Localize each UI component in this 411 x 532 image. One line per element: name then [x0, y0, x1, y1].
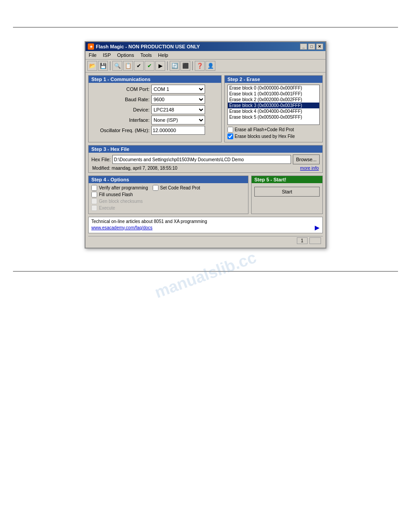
browse-button[interactable]: Browse... [293, 154, 320, 164]
toolbar-user[interactable]: 👤 [206, 61, 215, 71]
toolbar-play[interactable]: ▶ [155, 61, 165, 71]
osc-freq-input[interactable] [151, 126, 205, 135]
toolbar-check1[interactable]: ✔ [134, 61, 144, 71]
step1-header: Step 1 - Communications [89, 76, 221, 83]
set-code-label: Set Code Read Prot [160, 185, 201, 190]
erase-blocks-checkbox[interactable] [227, 133, 233, 139]
erase-block-3[interactable]: Erase block 3 (0x003000-0x003FFF) [228, 103, 319, 108]
modified-row: Modified: maandag, april 7, 2008, 18:55:… [91, 166, 320, 171]
info-link[interactable]: www.esacademy.com/faq/docs [91, 225, 153, 230]
hex-file-row: Hex File: Browse... [91, 154, 320, 164]
device-select[interactable]: LPC2148 [151, 105, 205, 114]
menu-file[interactable]: File [87, 52, 98, 58]
erase-all-label: Erase all Flash+Code Rd Prot [235, 127, 294, 132]
step3-header: Step 3 - Hex File [89, 146, 322, 153]
minimize-button[interactable]: _ [300, 43, 307, 50]
step45-row: Step 4 - Options Verify after programmin… [88, 176, 323, 214]
com-port-select[interactable]: COM 1 [151, 85, 205, 94]
execute-row: Execute [91, 205, 245, 211]
erase-blocks-list[interactable]: Erase block 0 (0x000000-0x000FFF) Erase … [227, 85, 320, 125]
page-border-bottom [13, 271, 398, 272]
info-arrow-icon: ▶ [315, 224, 320, 231]
maximize-button[interactable]: □ [308, 43, 315, 50]
toolbar-sep1 [110, 61, 111, 70]
step1-section: Step 1 - Communications COM Port: COM 1 … [88, 75, 222, 142]
baud-rate-label: Baud Rate: [91, 97, 150, 102]
content-area: Step 1 - Communications COM Port: COM 1 … [86, 73, 325, 248]
step5-body: Start [252, 183, 322, 198]
toolbar-stop[interactable]: ⬛ [180, 61, 190, 71]
interface-select[interactable]: None (ISP) [151, 116, 205, 124]
step3-section: Step 3 - Hex File Hex File: Browse... Mo… [88, 145, 323, 173]
verify-checkbox[interactable] [91, 185, 97, 191]
erase-block-4[interactable]: Erase block 4 (0x004000-0x004FFF) [228, 108, 319, 114]
erase-block-1[interactable]: Erase block 1 (0x001000-0x001FFF) [228, 91, 319, 97]
fill-unused-label: Fill unused Flash [99, 192, 133, 197]
info-section: Technical on-line articles about 8051 an… [88, 217, 323, 233]
toolbar-refresh[interactable]: 🔄 [170, 61, 180, 71]
app-icon: ★ [88, 43, 94, 50]
title-bar-left: ★ Flash Magic - NON PRODUCTION USE ONLY [88, 43, 200, 50]
application-window: ★ Flash Magic - NON PRODUCTION USE ONLY … [85, 41, 326, 249]
erase-checkboxes: Erase all Flash+Code Rd Prot Erase block… [227, 127, 320, 139]
more-info-link[interactable]: more info [300, 166, 319, 171]
baud-rate-select[interactable]: 9600 [151, 95, 205, 104]
info-text: Technical on-line articles about 8051 an… [91, 219, 320, 224]
fill-unused-row: Fill unused Flash [91, 192, 245, 197]
hex-file-label: Hex File: [91, 157, 111, 162]
com-port-label: COM Port: [91, 86, 150, 92]
erase-block-2[interactable]: Erase block 2 (0x002000-0x002FFF) [228, 97, 319, 103]
erase-block-0[interactable]: Erase block 0 (0x000000-0x000FFF) [228, 85, 319, 91]
menu-isp[interactable]: ISP [102, 52, 112, 58]
erase-blocks-row: Erase blocks used by Hex File [227, 133, 320, 139]
device-label: Device: [91, 107, 150, 112]
step2-body: Erase block 0 (0x000000-0x000FFF) Erase … [225, 83, 322, 142]
fill-unused-checkbox[interactable] [91, 192, 97, 197]
interface-row: Interface: None (ISP) [91, 116, 218, 124]
title-bar: ★ Flash Magic - NON PRODUCTION USE ONLY … [86, 42, 325, 51]
outer-container: ★ Flash Magic - NON PRODUCTION USE ONLY … [13, 28, 398, 262]
gen-block-label: Gen block checksums [99, 199, 143, 204]
window-container: ★ Flash Magic - NON PRODUCTION USE ONLY … [85, 41, 326, 249]
step2-header: Step 2 - Erase [225, 76, 322, 83]
toolbar-open[interactable]: 📂 [87, 61, 97, 71]
menu-bar: File ISP Options Tools Help [86, 51, 325, 60]
execute-label: Execute [99, 206, 115, 210]
verify-row: Verify after programming Set Code Read P… [91, 185, 245, 191]
menu-options[interactable]: Options [116, 52, 135, 58]
step4-header: Step 4 - Options [89, 176, 248, 183]
toolbar-help[interactable]: ❓ [195, 61, 205, 71]
baud-rate-row: Baud Rate: 9600 [91, 95, 218, 104]
toolbar: 📂 💾 🔍 📋 ✔ ✔ ▶ 🔄 ⬛ ❓ 👤 [86, 60, 325, 73]
step4-section: Step 4 - Options Verify after programmin… [88, 176, 248, 214]
menu-help[interactable]: Help [157, 52, 170, 58]
set-code-checkbox[interactable] [153, 185, 158, 191]
erase-all-checkbox[interactable] [227, 127, 233, 133]
modified-label: Modified: maandag, april 7, 2008, 18:55:… [92, 166, 177, 171]
info-row: www.esacademy.com/faq/docs ▶ [91, 224, 320, 231]
hex-file-input[interactable] [112, 155, 291, 164]
interface-label: Interface: [91, 117, 150, 123]
close-button[interactable]: ✕ [316, 43, 323, 50]
toolbar-sep3 [192, 61, 193, 70]
menu-tools[interactable]: Tools [139, 52, 153, 58]
step5-section: Step 5 - Start! Start [251, 176, 323, 214]
erase-block-5[interactable]: Erase block 5 (0x005000-0x005FFF) [228, 114, 319, 120]
toolbar-save[interactable]: 💾 [98, 61, 108, 71]
osc-freq-label: Oscillator Freq. (MHz): [91, 128, 150, 133]
execute-checkbox[interactable] [91, 205, 97, 211]
toolbar-sep2 [167, 61, 168, 70]
start-button[interactable]: Start [254, 187, 320, 197]
erase-all-row: Erase all Flash+Code Rd Prot [227, 127, 320, 133]
toolbar-copy[interactable]: 📋 [123, 61, 133, 71]
page-number: 1 [297, 237, 308, 244]
step2-section: Step 2 - Erase Erase block 0 (0x000000-0… [224, 75, 323, 142]
gen-block-checkbox[interactable] [91, 198, 97, 204]
status-empty [309, 237, 321, 244]
gen-block-row: Gen block checksums [91, 198, 245, 204]
step1-body: COM Port: COM 1 Baud Rate: 9600 [89, 83, 221, 138]
toolbar-search[interactable]: 🔍 [112, 61, 122, 71]
toolbar-check2[interactable]: ✔ [145, 61, 154, 71]
osc-freq-row: Oscillator Freq. (MHz): [91, 126, 218, 135]
status-bar: 1 [88, 236, 323, 245]
